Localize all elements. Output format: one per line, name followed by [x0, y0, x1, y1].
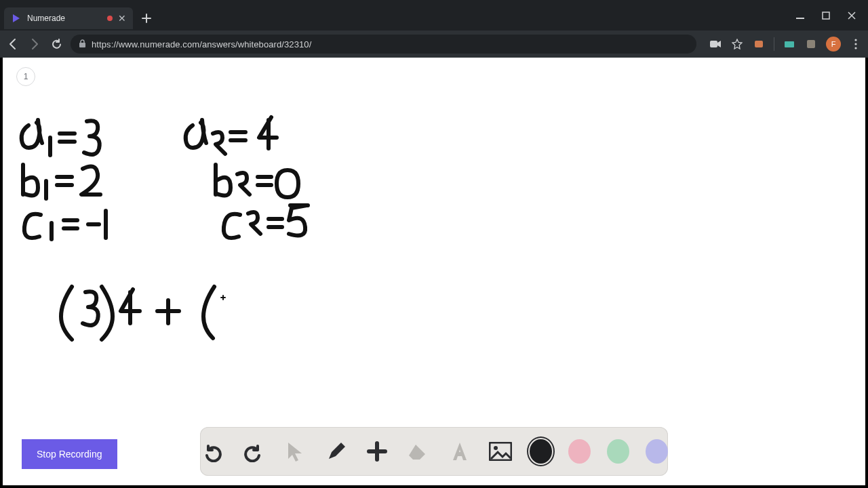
svg-rect-7 — [807, 40, 815, 48]
star-icon[interactable] — [730, 37, 744, 51]
svg-point-8 — [854, 39, 856, 41]
pointer-tool[interactable] — [282, 438, 307, 465]
page-content: 1 — [3, 58, 865, 485]
redo-button[interactable] — [241, 438, 267, 465]
color-pink[interactable] — [568, 439, 591, 464]
toolbar-divider — [774, 37, 774, 51]
extension-3-icon[interactable] — [804, 37, 818, 51]
reload-button[interactable] — [49, 37, 64, 52]
tab-close-icon[interactable]: ✕ — [118, 13, 126, 24]
text-tool[interactable] — [447, 438, 472, 465]
address-bar: https://www.numerade.com/answers/whitebo… — [0, 30, 868, 58]
omnibox[interactable]: https://www.numerade.com/answers/whitebo… — [71, 35, 696, 54]
color-purple[interactable] — [646, 439, 668, 464]
stop-recording-button[interactable]: Stop Recording — [22, 439, 117, 469]
svg-rect-3 — [79, 43, 85, 47]
extension-1-icon[interactable] — [752, 37, 766, 51]
maximize-icon[interactable] — [818, 7, 834, 24]
tab-numerade[interactable]: Numerade ✕ — [4, 7, 133, 29]
back-button[interactable] — [5, 37, 20, 52]
kebab-menu-icon[interactable] — [849, 37, 863, 51]
whiteboard-canvas[interactable] — [3, 58, 865, 485]
svg-rect-5 — [755, 41, 763, 47]
tab-title: Numerade — [27, 14, 102, 23]
color-black[interactable] — [530, 439, 552, 464]
svg-rect-2 — [823, 12, 829, 19]
close-window-icon[interactable] — [844, 7, 860, 24]
minimize-icon[interactable] — [792, 7, 808, 24]
window-controls — [792, 7, 864, 24]
tab-favicon-icon — [11, 13, 22, 24]
add-tool[interactable] — [365, 438, 390, 465]
lock-icon — [79, 39, 86, 49]
url-text: https://www.numerade.com/answers/whitebo… — [92, 39, 311, 49]
pen-tool[interactable] — [323, 438, 349, 465]
svg-point-9 — [854, 43, 856, 45]
browser-window: Numerade ✕ https://www.numerade.com/answ… — [0, 0, 868, 488]
eraser-tool[interactable] — [406, 438, 431, 465]
extension-2-icon[interactable] — [783, 37, 796, 51]
whiteboard-toolbar — [200, 427, 668, 476]
undo-button[interactable] — [200, 438, 225, 465]
svg-rect-1 — [796, 18, 804, 19]
camera-icon[interactable] — [709, 37, 722, 51]
color-green[interactable] — [607, 439, 629, 464]
svg-point-10 — [854, 47, 856, 49]
titlebar: Numerade ✕ — [0, 0, 868, 30]
profile-avatar[interactable]: F — [826, 37, 841, 52]
forward-button[interactable] — [27, 37, 42, 52]
svg-point-12 — [494, 446, 498, 450]
svg-rect-6 — [785, 41, 794, 47]
new-tab-button[interactable] — [137, 9, 156, 28]
svg-marker-0 — [13, 14, 20, 22]
unsaved-indicator-icon — [107, 16, 113, 21]
omnibox-actions: F — [703, 37, 863, 52]
svg-rect-4 — [710, 41, 717, 47]
image-tool[interactable] — [488, 438, 513, 465]
